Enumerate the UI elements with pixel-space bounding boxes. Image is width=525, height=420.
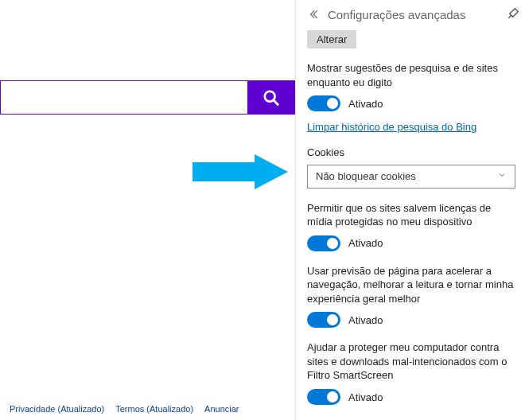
footer-links: Privacidade (Atualizado) Termos (Atualiz… (10, 404, 239, 414)
smartscreen-label: Ajudar a proteger meu computador contra … (307, 340, 515, 383)
search-icon (262, 89, 280, 107)
smartscreen-toggle-row: Ativado (307, 389, 515, 405)
chevron-left-icon (308, 9, 319, 20)
search-button[interactable] (247, 80, 295, 115)
footer-advertise-link[interactable]: Anunciar (204, 404, 239, 414)
back-button[interactable] (307, 8, 320, 21)
smartscreen-toggle[interactable] (307, 389, 340, 405)
smartscreen-state: Ativado (348, 391, 383, 403)
suggestions-toggle-row: Ativado (307, 95, 515, 111)
suggestions-toggle[interactable] (307, 95, 340, 111)
suggestions-label: Mostrar sugestões de pesquisa e de sites… (307, 61, 515, 89)
page-prediction-state: Ativado (348, 314, 383, 326)
search-bar (0, 80, 295, 115)
settings-panel: Configurações avançadas Alterar Mostrar … (295, 0, 525, 420)
cookies-label: Cookies (307, 146, 515, 160)
panel-header: Configurações avançadas (307, 0, 515, 29)
page-prediction-toggle[interactable] (307, 312, 340, 328)
clear-history-link[interactable]: Limpar histórico de pesquisa do Bing (307, 121, 476, 133)
chevron-down-icon (497, 170, 507, 182)
svg-line-1 (274, 99, 278, 104)
pointer-arrow (192, 154, 288, 189)
cookies-select[interactable]: Não bloquear cookies (307, 165, 515, 189)
alter-button[interactable]: Alterar (307, 30, 356, 49)
page-prediction-label: Usar previsão de página para acelerar a … (307, 264, 515, 306)
svg-point-0 (265, 91, 275, 101)
footer-terms-link[interactable]: Termos (Atualizado) (115, 404, 193, 414)
footer-privacy-link[interactable]: Privacidade (Atualizado) (10, 404, 104, 414)
media-licenses-state: Ativado (348, 237, 383, 249)
media-licenses-toggle-row: Ativado (307, 235, 515, 251)
svg-marker-2 (192, 154, 288, 189)
svg-line-3 (508, 15, 511, 18)
cookies-selected-value: Não bloquear cookies (316, 170, 416, 182)
pin-icon (508, 6, 520, 19)
page-prediction-toggle-row: Ativado (307, 312, 515, 328)
pin-button[interactable] (508, 6, 522, 21)
main-content: Privacidade (Atualizado) Termos (Atualiz… (0, 0, 295, 420)
search-input[interactable] (0, 80, 247, 115)
media-licenses-toggle[interactable] (307, 235, 340, 251)
panel-title: Configurações avançadas (328, 8, 465, 21)
suggestions-state: Ativado (348, 98, 383, 110)
media-licenses-label: Permitir que os sites salvem licenças de… (307, 201, 515, 229)
